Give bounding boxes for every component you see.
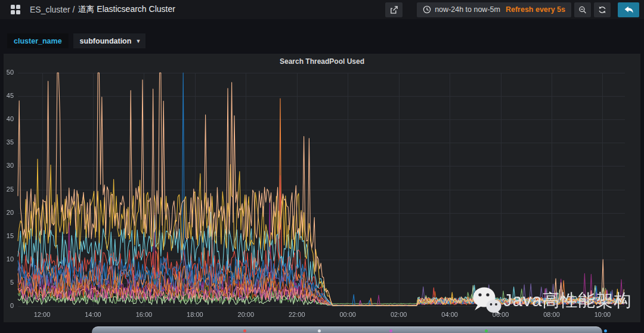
return-arrow-icon	[624, 6, 634, 14]
refresh-interval-label: Refresh every 5s	[506, 5, 565, 14]
variable-value: subfoundation	[80, 37, 132, 45]
threadpool-chart-canvas[interactable]	[4, 69, 640, 322]
dock-dot	[485, 329, 488, 332]
time-range-button[interactable]: now-24h to now-5m Refresh every 5s	[417, 2, 571, 17]
dock-dot	[318, 329, 321, 332]
variable-label: cluster_name	[7, 33, 69, 48]
dock-dot	[243, 329, 246, 332]
circular-arrows-icon	[598, 5, 606, 14]
breadcrumb[interactable]: ES_cluster / 道离 Elasticsearch Cluster	[30, 4, 175, 15]
clock-icon	[423, 5, 431, 14]
export-arrow-icon	[389, 5, 398, 14]
dock-dot	[604, 329, 607, 332]
back-button[interactable]	[618, 2, 639, 17]
apps-menu-button[interactable]	[7, 1, 24, 18]
grid-2x2-icon	[11, 5, 20, 14]
magnifier-minus-icon	[578, 5, 587, 14]
caret-down-icon: ▼	[135, 38, 141, 44]
refresh-button[interactable]	[594, 2, 611, 17]
dashboard-title[interactable]: 道离 Elasticsearch Cluster	[78, 4, 175, 15]
time-range-label: now-24h to now-5m	[435, 5, 500, 14]
graph-panel: Search ThreadPool Used	[4, 54, 640, 322]
variable-row: cluster_name subfoundation ▼	[7, 33, 145, 48]
variable-dropdown[interactable]: subfoundation ▼	[73, 33, 146, 48]
navbar-actions: now-24h to now-5m Refresh every 5s	[385, 2, 639, 17]
navbar: ES_cluster / 道离 Elasticsearch Cluster no…	[0, 0, 644, 19]
panel-title[interactable]: Search ThreadPool Used	[4, 54, 640, 69]
dock-dot	[389, 329, 392, 332]
share-button[interactable]	[385, 2, 402, 17]
dock[interactable]	[92, 326, 602, 333]
zoom-out-button[interactable]	[574, 2, 591, 17]
breadcrumb-folder[interactable]: ES_cluster /	[30, 5, 75, 14]
